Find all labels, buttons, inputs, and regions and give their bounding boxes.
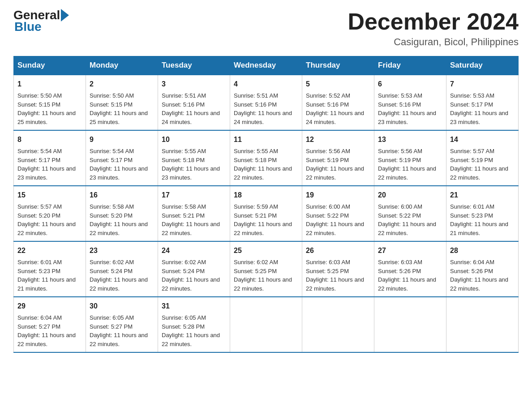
day-info: Sunrise: 5:57 AMSunset: 5:19 PMDaylight:… <box>450 148 508 181</box>
table-row: 7 Sunrise: 5:53 AMSunset: 5:17 PMDayligh… <box>446 75 519 130</box>
table-row: 18 Sunrise: 5:59 AMSunset: 5:21 PMDaylig… <box>230 186 302 241</box>
day-info: Sunrise: 5:59 AMSunset: 5:21 PMDaylight:… <box>234 203 292 236</box>
logo-arrow-icon <box>61 9 69 21</box>
calendar-week-row: 29 Sunrise: 6:04 AMSunset: 5:27 PMDaylig… <box>14 297 519 352</box>
day-number: 1 <box>17 79 82 90</box>
day-info: Sunrise: 5:54 AMSunset: 5:17 PMDaylight:… <box>17 148 76 181</box>
day-number: 4 <box>234 79 298 90</box>
table-row: 21 Sunrise: 6:01 AMSunset: 5:23 PMDaylig… <box>446 186 519 241</box>
table-row: 11 Sunrise: 5:55 AMSunset: 5:18 PMDaylig… <box>230 130 302 186</box>
day-number: 3 <box>162 79 226 90</box>
day-number: 8 <box>17 134 82 145</box>
day-info: Sunrise: 5:55 AMSunset: 5:18 PMDaylight:… <box>162 148 220 181</box>
table-row: 5 Sunrise: 5:52 AMSunset: 5:16 PMDayligh… <box>302 75 374 130</box>
day-info: Sunrise: 6:01 AMSunset: 5:23 PMDaylight:… <box>17 259 76 292</box>
day-info: Sunrise: 6:05 AMSunset: 5:27 PMDaylight:… <box>90 314 148 347</box>
day-info: Sunrise: 6:05 AMSunset: 5:28 PMDaylight:… <box>162 314 220 347</box>
day-number: 2 <box>90 79 154 90</box>
table-row: 26 Sunrise: 6:03 AMSunset: 5:25 PMDaylig… <box>302 241 374 297</box>
day-info: Sunrise: 5:52 AMSunset: 5:16 PMDaylight:… <box>306 92 364 125</box>
day-info: Sunrise: 6:03 AMSunset: 5:26 PMDaylight:… <box>378 259 436 292</box>
day-number: 24 <box>162 245 226 256</box>
col-header-sunday: Sunday <box>14 56 86 75</box>
table-row <box>374 297 446 352</box>
calendar-week-row: 15 Sunrise: 5:57 AMSunset: 5:20 PMDaylig… <box>14 186 519 241</box>
calendar-week-row: 1 Sunrise: 5:50 AMSunset: 5:15 PMDayligh… <box>14 75 519 130</box>
day-number: 25 <box>234 245 298 256</box>
table-row: 15 Sunrise: 5:57 AMSunset: 5:20 PMDaylig… <box>14 186 86 241</box>
day-number: 29 <box>17 301 82 312</box>
day-info: Sunrise: 5:51 AMSunset: 5:16 PMDaylight:… <box>234 92 292 125</box>
day-info: Sunrise: 6:04 AMSunset: 5:27 PMDaylight:… <box>17 314 76 347</box>
day-info: Sunrise: 5:50 AMSunset: 5:15 PMDaylight:… <box>17 92 76 125</box>
day-number: 20 <box>378 190 442 201</box>
day-number: 6 <box>378 79 442 90</box>
table-row <box>446 297 519 352</box>
table-row: 10 Sunrise: 5:55 AMSunset: 5:18 PMDaylig… <box>158 130 230 186</box>
day-number: 21 <box>450 190 515 201</box>
day-number: 23 <box>90 245 154 256</box>
table-row: 16 Sunrise: 5:58 AMSunset: 5:20 PMDaylig… <box>86 186 158 241</box>
day-info: Sunrise: 6:00 AMSunset: 5:22 PMDaylight:… <box>378 203 436 236</box>
table-row: 2 Sunrise: 5:50 AMSunset: 5:15 PMDayligh… <box>86 75 158 130</box>
table-row: 31 Sunrise: 6:05 AMSunset: 5:28 PMDaylig… <box>158 297 230 352</box>
day-number: 28 <box>450 245 515 256</box>
month-title: December 2024 <box>348 9 519 34</box>
day-number: 30 <box>90 301 154 312</box>
col-header-saturday: Saturday <box>446 56 519 75</box>
col-header-thursday: Thursday <box>302 56 374 75</box>
col-header-wednesday: Wednesday <box>230 56 302 75</box>
table-row: 8 Sunrise: 5:54 AMSunset: 5:17 PMDayligh… <box>14 130 86 186</box>
day-number: 7 <box>450 79 515 90</box>
day-info: Sunrise: 6:02 AMSunset: 5:24 PMDaylight:… <box>162 259 220 292</box>
table-row: 30 Sunrise: 6:05 AMSunset: 5:27 PMDaylig… <box>86 297 158 352</box>
day-number: 5 <box>306 79 370 90</box>
calendar-header-row: SundayMondayTuesdayWednesdayThursdayFrid… <box>14 56 519 75</box>
logo-blue-text: Blue <box>14 20 42 34</box>
table-row: 14 Sunrise: 5:57 AMSunset: 5:19 PMDaylig… <box>446 130 519 186</box>
table-row: 17 Sunrise: 5:58 AMSunset: 5:21 PMDaylig… <box>158 186 230 241</box>
day-number: 22 <box>17 245 82 256</box>
day-info: Sunrise: 5:56 AMSunset: 5:19 PMDaylight:… <box>306 148 364 181</box>
day-number: 27 <box>378 245 442 256</box>
table-row: 6 Sunrise: 5:53 AMSunset: 5:16 PMDayligh… <box>374 75 446 130</box>
day-number: 11 <box>234 134 298 145</box>
day-info: Sunrise: 5:58 AMSunset: 5:21 PMDaylight:… <box>162 203 220 236</box>
day-info: Sunrise: 6:00 AMSunset: 5:22 PMDaylight:… <box>306 203 364 236</box>
col-header-monday: Monday <box>86 56 158 75</box>
day-info: Sunrise: 5:54 AMSunset: 5:17 PMDaylight:… <box>90 148 148 181</box>
day-number: 18 <box>234 190 298 201</box>
table-row: 28 Sunrise: 6:04 AMSunset: 5:26 PMDaylig… <box>446 241 519 297</box>
table-row: 9 Sunrise: 5:54 AMSunset: 5:17 PMDayligh… <box>86 130 158 186</box>
col-header-friday: Friday <box>374 56 446 75</box>
calendar-week-row: 22 Sunrise: 6:01 AMSunset: 5:23 PMDaylig… <box>14 241 519 297</box>
day-info: Sunrise: 6:04 AMSunset: 5:26 PMDaylight:… <box>450 259 508 292</box>
table-row: 12 Sunrise: 5:56 AMSunset: 5:19 PMDaylig… <box>302 130 374 186</box>
table-row: 19 Sunrise: 6:00 AMSunset: 5:22 PMDaylig… <box>302 186 374 241</box>
day-info: Sunrise: 6:02 AMSunset: 5:24 PMDaylight:… <box>90 259 148 292</box>
day-info: Sunrise: 6:01 AMSunset: 5:23 PMDaylight:… <box>450 203 508 236</box>
day-number: 10 <box>162 134 226 145</box>
day-info: Sunrise: 5:55 AMSunset: 5:18 PMDaylight:… <box>234 148 292 181</box>
day-info: Sunrise: 5:50 AMSunset: 5:15 PMDaylight:… <box>90 92 148 125</box>
table-row: 4 Sunrise: 5:51 AMSunset: 5:16 PMDayligh… <box>230 75 302 130</box>
day-info: Sunrise: 6:02 AMSunset: 5:25 PMDaylight:… <box>234 259 292 292</box>
day-info: Sunrise: 5:58 AMSunset: 5:20 PMDaylight:… <box>90 203 148 236</box>
table-row: 20 Sunrise: 6:00 AMSunset: 5:22 PMDaylig… <box>374 186 446 241</box>
day-number: 16 <box>90 190 154 201</box>
table-row: 22 Sunrise: 6:01 AMSunset: 5:23 PMDaylig… <box>14 241 86 297</box>
table-row <box>302 297 374 352</box>
day-info: Sunrise: 6:03 AMSunset: 5:25 PMDaylight:… <box>306 259 364 292</box>
day-info: Sunrise: 5:56 AMSunset: 5:19 PMDaylight:… <box>378 148 436 181</box>
calendar-week-row: 8 Sunrise: 5:54 AMSunset: 5:17 PMDayligh… <box>14 130 519 186</box>
table-row: 13 Sunrise: 5:56 AMSunset: 5:19 PMDaylig… <box>374 130 446 186</box>
day-number: 26 <box>306 245 370 256</box>
table-row <box>230 297 302 352</box>
day-number: 15 <box>17 190 82 201</box>
day-number: 14 <box>450 134 515 145</box>
day-info: Sunrise: 5:53 AMSunset: 5:17 PMDaylight:… <box>450 92 508 125</box>
title-area: December 2024 Casiguran, Bicol, Philippi… <box>348 9 519 48</box>
col-header-tuesday: Tuesday <box>158 56 230 75</box>
table-row: 29 Sunrise: 6:04 AMSunset: 5:27 PMDaylig… <box>14 297 86 352</box>
location-subtitle: Casiguran, Bicol, Philippines <box>348 36 519 48</box>
